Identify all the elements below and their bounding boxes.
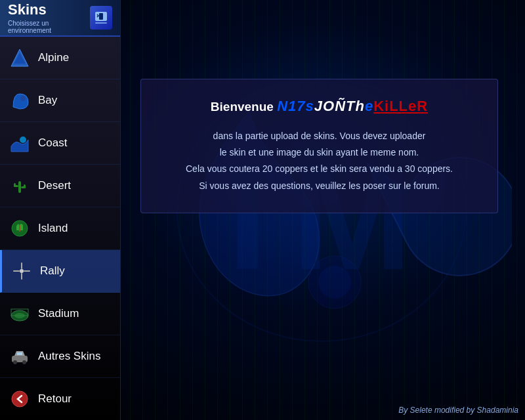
sidebar-item-coast[interactable]: Coast [0, 122, 120, 165]
main-content: Bienvenue N17sJOÑTheKiLLeR dans la parti… [121, 0, 525, 420]
desert-icon [9, 175, 30, 196]
username-17s: 17s [288, 98, 314, 114]
sidebar-title: Skins [8, 1, 90, 18]
username-n: N [277, 98, 288, 114]
sidebar-label-autres: Autres Skins [38, 350, 100, 363]
stadium-icon [9, 303, 30, 324]
username-jon: JOÑTh [314, 98, 365, 114]
svg-rect-31 [18, 181, 21, 193]
sidebar-label-rally: Rally [40, 264, 65, 278]
sidebar-label-bay: Bay [38, 94, 57, 107]
svg-rect-33 [14, 183, 16, 187]
rally-icon [11, 261, 32, 282]
svg-rect-24 [95, 22, 107, 24]
svg-point-47 [13, 360, 17, 364]
username-display: N17sJOÑTheKiLLeR [277, 98, 428, 114]
sidebar-item-autres[interactable]: Autres Skins [0, 335, 120, 378]
welcome-line: Bienvenue N17sJOÑTheKiLLeR [162, 98, 476, 115]
sidebar-header-icon [90, 6, 112, 30]
svg-rect-42 [24, 270, 30, 272]
info-line2: le skin et une image du skin ayant le me… [162, 144, 476, 161]
svg-point-48 [22, 360, 26, 364]
sidebar-item-stadium[interactable]: Stadium [0, 293, 120, 335]
svg-rect-49 [17, 352, 22, 355]
coast-icon [9, 133, 30, 154]
sidebar-label-coast: Coast [38, 136, 67, 150]
sidebar: Skins Choisissez un environnement Alpine [0, 0, 121, 420]
svg-rect-41 [13, 270, 20, 272]
autres-icon [9, 346, 30, 367]
sidebar-item-island[interactable]: Island [0, 207, 120, 250]
sidebar-label-alpine: Alpine [38, 51, 69, 64]
svg-rect-25 [99, 13, 103, 20]
svg-point-50 [12, 391, 28, 407]
sidebar-item-retour[interactable]: Retour [0, 378, 120, 420]
svg-point-30 [20, 136, 26, 143]
username-e: e [365, 98, 373, 114]
footer-credit: By Selete modified by Shadaminia [398, 406, 518, 415]
sidebar-item-rally[interactable]: Rally [0, 250, 120, 293]
username-ki: Ki [373, 98, 389, 114]
svg-rect-39 [21, 262, 22, 269]
sidebar-item-alpine[interactable]: Alpine [0, 37, 120, 79]
sidebar-label-stadium: Stadium [38, 307, 79, 320]
alpine-icon [9, 47, 30, 68]
info-box: Bienvenue N17sJOÑTheKiLLeR dans la parti… [140, 79, 498, 213]
sidebar-header: Skins Choisissez un environnement [0, 0, 120, 37]
sidebar-subtitle: Choisissez un environnement [8, 20, 90, 34]
sidebar-label-desert: Desert [38, 179, 71, 192]
sidebar-item-bay[interactable]: Bay [0, 79, 120, 122]
sidebar-label-island: Island [38, 222, 68, 235]
svg-rect-37 [19, 225, 20, 232]
svg-rect-40 [21, 273, 22, 280]
bay-icon [9, 90, 30, 111]
svg-point-38 [20, 269, 24, 273]
sidebar-label-retour: Retour [38, 392, 72, 406]
username-ller: LLeR [389, 98, 428, 114]
retour-icon [9, 388, 30, 410]
info-line4: Si vous avez des questions, veuillez les… [162, 178, 476, 194]
info-line1: dans la partie upload de skins. Vous dev… [162, 128, 476, 144]
svg-rect-35 [24, 184, 26, 188]
svg-point-29 [20, 96, 26, 101]
welcome-prefix: Bienvenue [211, 100, 277, 114]
info-line3: Cela vous coutera 20 coppers et le skin … [162, 161, 476, 177]
sidebar-item-desert[interactable]: Desert [0, 165, 120, 207]
island-icon [9, 218, 30, 239]
